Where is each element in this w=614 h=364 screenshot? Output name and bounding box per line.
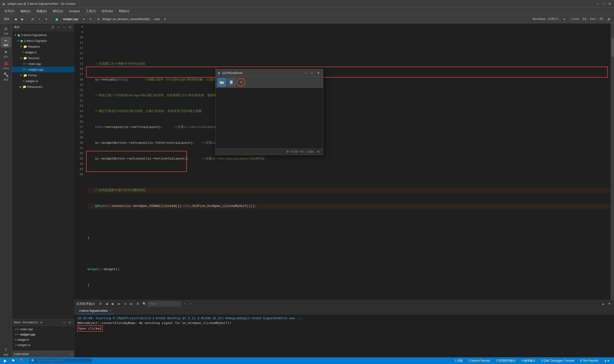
popup-footer-dropdown[interactable]: ▾ — [316, 149, 321, 154]
output-minus-btn[interactable]: − — [188, 301, 193, 307]
status-run-btn[interactable]: ⚑ — [11, 358, 16, 364]
popup-minimize-btn[interactable]: ─ — [303, 71, 308, 76]
code-line-13: ui->widgetButtons->setLayout(ui->hlhoriz… — [87, 140, 611, 146]
tree-forms-folder[interactable]: ▼ 📁 Forms — [12, 72, 74, 78]
popup-content[interactable] — [216, 88, 323, 148]
debug-session-icon[interactable]: □ — [70, 352, 72, 356]
menu-file[interactable]: 文件(F) — [2, 8, 17, 14]
tree-headers-folder[interactable]: ▼ 📁 Headers — [12, 44, 74, 49]
close-all-btn[interactable]: ✕ — [43, 17, 49, 22]
sidebar-project-btn[interactable]: 🔧 项目 — [1, 71, 11, 82]
filter-input[interactable] — [147, 301, 181, 307]
close-button[interactable]: ✕ — [609, 2, 611, 5]
close-file-btn[interactable]: ✕ — [87, 17, 94, 22]
output-continue-btn[interactable]: ▶| — [129, 301, 134, 307]
open-docs-close[interactable]: ✕ — [67, 320, 72, 325]
menu-help[interactable]: 帮助(H) — [116, 8, 132, 14]
tree-project-sub[interactable]: ▼ ◼ 2-btnUI-SignalAr — [12, 38, 74, 44]
project-icon: 🔧 — [3, 72, 9, 77]
open-docs-title: Open Documents — [14, 321, 38, 324]
func-dropdown[interactable]: ▾ — [162, 17, 168, 22]
status-tab-qml[interactable]: 5 QML Debugger Console — [540, 359, 576, 363]
sidebar-design-btn[interactable]: ◈ 设计 — [1, 48, 11, 59]
doc-widget-ui[interactable]: ui widget.ui — [12, 342, 74, 348]
popup-close-btn[interactable]: ✕ — [316, 71, 321, 76]
popup-cancel-btn[interactable]: ✕ — [237, 78, 245, 87]
menu-edit[interactable]: 编辑(E) — [18, 8, 33, 14]
app-icon: ▶ — [3, 2, 5, 6]
output-line-1: 18:35:09: Starting E:\MyQtProject\build-… — [77, 316, 611, 321]
menu-analyze[interactable]: Analyze — [67, 8, 82, 14]
nav-left-btn[interactable]: ◀ — [13, 17, 18, 22]
file-dropdown[interactable]: ▾ — [81, 17, 86, 22]
tree-project-root[interactable]: ▼ ◼ 2-btnUI-SignalAnd — [12, 32, 74, 38]
output-run-btn[interactable]: ▶ — [117, 301, 122, 307]
menu-build[interactable]: 构建(B) — [34, 8, 49, 14]
output-stop-btn[interactable]: ■ — [123, 301, 128, 307]
output-prev-btn[interactable]: ◀ — [104, 301, 109, 307]
maximize-button[interactable]: □ — [603, 2, 605, 5]
tree-add-btn[interactable]: + — [56, 25, 61, 30]
popup-maximize-btn[interactable]: □ — [310, 71, 314, 76]
output-next-btn[interactable]: ▶ — [110, 301, 116, 307]
sidebar-welcome-btn[interactable]: ⊡ 欢迎 — [1, 25, 11, 36]
output-scroll-dn[interactable]: ▼ — [607, 301, 612, 307]
tree-resources-folder[interactable]: ▶ 📁 Resources — [12, 84, 74, 90]
popup-open-btn[interactable] — [218, 78, 226, 87]
nav-right-btn[interactable]: ▶ — [19, 17, 26, 22]
tree-sources-folder[interactable]: ▼ 📁 Sources — [12, 55, 74, 61]
func-name-btn[interactable]: Widget::on_btnOpen_clickedMySelf() → voi… — [100, 17, 162, 22]
split-btn[interactable]: ⊞ — [606, 17, 612, 22]
tree-widget-h[interactable]: h widget.h — [12, 49, 74, 55]
doc-widget-cpp[interactable]: c++ widget.cpp — [12, 332, 74, 337]
open-docs-dropdown[interactable]: ▾ — [39, 320, 44, 325]
output-tab-close[interactable]: ✕ — [109, 309, 111, 312]
tree-arrow-resources: ▶ — [20, 85, 22, 88]
output-gear-btn[interactable]: ⚙ — [135, 301, 140, 307]
output-header: 应用程序输出 — [76, 302, 95, 306]
tree-minus-btn[interactable]: − — [62, 25, 67, 30]
sidebar-debug-btn[interactable]: 🐞 Debug — [1, 60, 11, 70]
status-tab-output[interactable]: 3 应用程序输出 — [495, 358, 517, 363]
status-arrows[interactable]: ▲▼ — [602, 359, 611, 363]
sync-btn[interactable]: ⇄ — [29, 17, 36, 22]
tree-filter-btn[interactable]: ☰ — [50, 25, 55, 30]
new-file-btn[interactable]: + — [37, 17, 42, 22]
filename-tab[interactable]: widget.cpp — [61, 17, 80, 22]
status-build-btn[interactable]: 🔨 — [19, 358, 26, 364]
tree-close-btn[interactable]: ✕ — [68, 25, 72, 30]
status-tab-search[interactable]: 2 Search Results — [467, 359, 492, 363]
project-btn[interactable]: 项目 — [2, 16, 12, 22]
code-content[interactable]: 891011 12131415 16171819 20212223 242526… — [74, 24, 611, 300]
menu-debug[interactable]: 调试(D) — [50, 8, 66, 14]
tree-widget-cpp[interactable]: c++ widget.cpp — [12, 66, 74, 72]
menu-controls[interactable]: 控件(W) — [99, 8, 115, 14]
editor-and-output: 891011 12131415 16171819 20212223 242526… — [74, 24, 614, 357]
doc-main-cpp[interactable]: c++ main.cpp — [12, 326, 74, 332]
sidebar-edit-btn[interactable]: ✏ 编辑 — [1, 37, 11, 47]
status-tab-test[interactable]: 8 Test Results — [579, 359, 600, 363]
status-debug-btn[interactable]: ▶ — [3, 358, 8, 364]
output-settings-btn[interactable]: ⚙ — [98, 301, 103, 307]
locate-input[interactable] — [36, 359, 84, 362]
popup-doc-btn[interactable] — [227, 78, 236, 87]
code-line-15 — [87, 172, 611, 177]
file-icon[interactable]: ◼ — [54, 16, 60, 22]
output-tab-signal[interactable]: 2-btnUI-SignalAndSlot ✕ — [76, 308, 114, 314]
output-add-btn[interactable]: + — [182, 301, 187, 307]
minimize-button[interactable]: ─ — [597, 2, 599, 5]
encoding-dropdown[interactable]: ▾ — [562, 17, 567, 22]
scroll-thumb[interactable] — [611, 38, 614, 57]
sidebar-help-btn[interactable]: ? 帮助 — [1, 347, 11, 357]
right-scrollbar[interactable] — [611, 24, 614, 300]
status-tab-problems[interactable]: 1 问题 — [453, 358, 464, 363]
menu-tools[interactable]: 工具(T) — [84, 8, 98, 14]
doc-widget-h[interactable]: h widget.h — [12, 337, 74, 342]
open-docs-add[interactable]: + — [62, 320, 67, 325]
svg-rect-0 — [230, 80, 233, 84]
status-tab-compile[interactable]: 4 编译输出 — [520, 358, 537, 363]
tree-widget-ui[interactable]: ui widget.ui — [12, 78, 74, 84]
output-scroll-up[interactable]: ▲ — [600, 301, 606, 307]
tree-main-cpp[interactable]: c++ main.cpp — [12, 61, 74, 66]
output-meta-msg: QMetaObject::connectSlotsByName: No matc… — [77, 321, 231, 325]
